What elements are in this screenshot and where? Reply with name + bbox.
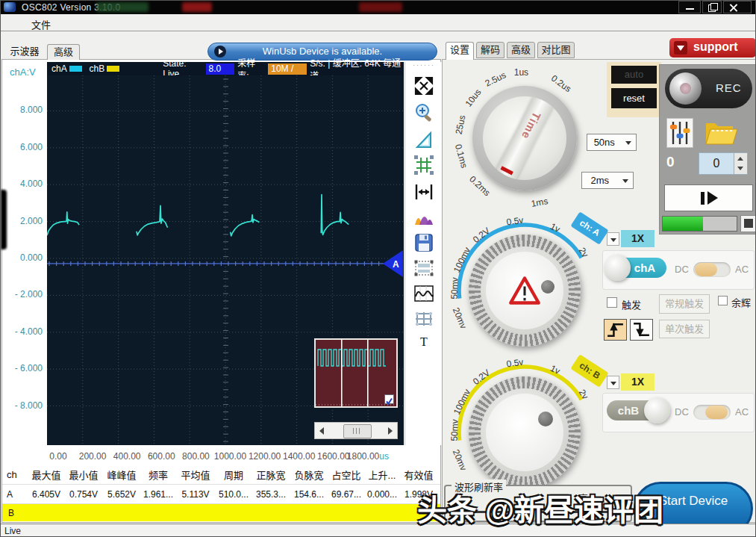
mixer-button[interactable] (666, 118, 693, 148)
persist-label: 余辉 (731, 295, 751, 309)
table-header-cell: 周期 (216, 468, 252, 482)
table-cell: 69.67... (328, 489, 365, 500)
cursor-measure-icon[interactable] (413, 181, 434, 202)
sample-rate-badge: 10M / 10 (268, 63, 307, 75)
table-row[interactable]: B (2, 504, 440, 521)
grid-settings-icon[interactable] (413, 155, 434, 176)
screenshot-icon[interactable] (413, 258, 434, 279)
tab-advanced-left[interactable]: 高级 (47, 44, 80, 60)
table-header-cell: 负脉宽 (290, 468, 328, 482)
chb-knob-face[interactable] (486, 394, 563, 471)
step-play-icon (701, 192, 705, 205)
scroll-right-icon[interactable] (388, 427, 393, 435)
menu-file[interactable]: 文件 (28, 16, 54, 32)
stop-button[interactable] (740, 215, 756, 232)
rec-button[interactable]: REC (665, 69, 752, 108)
time-knob-face[interactable]: Time (483, 96, 566, 180)
fit-screen-icon[interactable] (413, 75, 434, 96)
reset-button[interactable]: reset (611, 88, 657, 108)
waveform-minimap[interactable] (314, 338, 398, 408)
frame-spinner[interactable]: 0 (699, 152, 748, 175)
normal-trigger-button[interactable]: 常规触发 (659, 294, 710, 314)
cha-knob-face[interactable] (486, 252, 563, 329)
cha-gain-caret[interactable] (607, 232, 619, 246)
support-button[interactable]: support (669, 38, 756, 58)
save-icon[interactable] (413, 232, 434, 253)
chb-color-swatch (107, 66, 119, 72)
support-label: support (693, 40, 738, 54)
folder-icon (703, 116, 739, 149)
tab-advanced-right[interactable]: 高级 (507, 42, 535, 58)
auto-button[interactable]: auto (611, 66, 657, 84)
rec-label: REC (716, 81, 742, 94)
cha-coupling-toggle[interactable] (693, 262, 731, 277)
y-axis-tick: 2.000 (1, 216, 43, 226)
single-trigger-button[interactable]: 单次触发 (659, 320, 710, 338)
overlay-artifact (182, 2, 212, 12)
y-axis-tick: 4.000 (1, 179, 43, 189)
chb-toggle-ball[interactable] (644, 397, 670, 423)
restore-button[interactable] (702, 1, 722, 13)
table-header-cell: ch (2, 469, 28, 480)
ruler-icon[interactable] (413, 129, 434, 150)
legend-chb-label: chB (90, 63, 105, 74)
toolbar-handle[interactable]: ······ (413, 63, 435, 66)
x-axis-tick: 800.00 (182, 451, 210, 462)
table-header-cell: 占空比 (328, 468, 365, 482)
table-header-cell: 有效值 (399, 468, 438, 482)
y-axis-tick: 0.000 (1, 252, 43, 263)
tab-oscilloscope[interactable]: 示波器 (5, 43, 44, 59)
minimap-checkbox[interactable] (384, 394, 394, 404)
warning-icon (508, 276, 541, 305)
rising-edge-icon (605, 320, 626, 340)
tab-compare[interactable]: 对比图 (537, 42, 575, 58)
text-tool-icon[interactable]: T (413, 335, 434, 356)
chb-coupling-toggle[interactable] (693, 405, 731, 420)
rising-edge-button[interactable] (604, 319, 627, 341)
timerange-dropdown[interactable]: 2ms (581, 172, 634, 189)
overlay-artifact (359, 2, 402, 12)
table-header-row: ch最大值最小值峰峰值频率平均值周期正脉宽负脉宽占空比上升...有效值 (2, 465, 440, 485)
progress-fill (663, 217, 703, 231)
minimap-scrollbar[interactable] (314, 422, 398, 439)
table-cell: 6.405V (28, 489, 65, 500)
chb-dial-label: 50mv (449, 419, 460, 441)
chb-gain-badge[interactable]: 1X (621, 373, 655, 391)
svg-text:A: A (393, 259, 399, 270)
persist-checkbox[interactable] (718, 296, 728, 305)
spin-down-icon[interactable] (737, 167, 743, 170)
zoom-in-icon[interactable] (413, 102, 434, 123)
step-play-button[interactable] (664, 184, 753, 211)
x-axis-tick-value: 1800.00 (347, 451, 379, 462)
x-axis-tick: 1200.00 (249, 451, 281, 462)
tab-settings[interactable]: 设置 (446, 42, 474, 60)
histogram-icon[interactable] (413, 207, 434, 228)
tab-decode[interactable]: 解码 (476, 42, 504, 58)
falling-edge-button[interactable] (630, 319, 653, 341)
spin-up-icon[interactable] (737, 157, 743, 161)
timebase-dropdown[interactable]: 50ns (587, 134, 637, 151)
trigger-label: 触发 (622, 297, 641, 311)
play-icon[interactable] (214, 46, 226, 58)
open-folder-button[interactable] (703, 116, 739, 149)
table-cell: 154.6... (290, 489, 328, 500)
close-button[interactable] (723, 1, 752, 13)
table-row[interactable]: A6.405V0.754V5.652V1.961...5.113V510.0..… (2, 485, 440, 504)
x-axis-tick: 1400.00 (283, 451, 315, 462)
scroll-left-icon[interactable] (319, 427, 324, 435)
y-axis-tick: - 6.000 (1, 363, 43, 373)
cha-toggle-ball[interactable] (605, 255, 631, 281)
reference-wave-icon[interactable] (413, 283, 434, 304)
chb-gain-caret[interactable] (607, 376, 619, 389)
spinner-value: 0 (699, 157, 734, 170)
minimize-button[interactable] (678, 1, 701, 13)
cha-gain-badge[interactable]: 1X (621, 230, 655, 247)
knob-indicator-dot (541, 280, 554, 294)
scrollbar-thumb[interactable] (343, 424, 372, 438)
spinner-buttons[interactable] (734, 153, 747, 174)
table-header-cell: 正脉宽 (252, 468, 290, 482)
table-grid-icon[interactable] (413, 308, 434, 329)
trigger-checkbox[interactable] (607, 297, 617, 308)
download-icon (674, 41, 687, 55)
table-cell: 1.961... (141, 489, 175, 500)
